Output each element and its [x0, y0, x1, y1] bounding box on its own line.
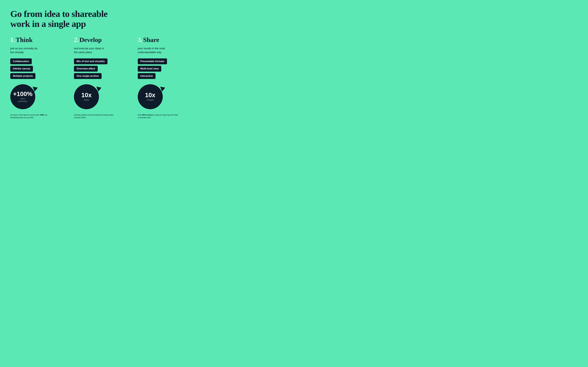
tag-collaboration: Collaboration — [10, 58, 32, 64]
column-share: 3. Share your results in the mostunderst… — [138, 36, 196, 119]
bubble-sub-share: Cheaper — [147, 99, 154, 101]
columns-container: 1. Think just as you normally do,but vir… — [10, 36, 196, 119]
tag-multi-level-view: Multi-level view — [138, 66, 161, 72]
step-desc-develop: and execute your ideas inthe same place — [74, 47, 132, 54]
bubble-area-share: 10x Cheaper — [138, 84, 196, 109]
bubble-share: 10x Cheaper — [138, 84, 163, 109]
bubble-sub-develop: Faster — [84, 99, 89, 101]
tags-think: Collaboration Infinite canvas Multiple p… — [10, 58, 68, 79]
bubble-area-think: +100% Moreproductive — [10, 84, 68, 109]
step-label-develop: Develop — [79, 36, 102, 44]
tag-mix-text-visuality: Mix of text and visuality — [74, 58, 107, 64]
step-heading-share: 3. Share — [138, 36, 196, 44]
bubble-main-share: 10x — [145, 92, 155, 98]
main-title: Go from idea to shareable work in a sing… — [10, 9, 196, 29]
tag-infinite-canvas: Infinite canvas — [10, 66, 33, 72]
step-heading-think: 1. Think — [10, 36, 68, 44]
column-develop: 2. Develop and execute your ideas inthe … — [74, 36, 138, 119]
tags-share: Presentable formats Multi-level view Int… — [138, 58, 196, 79]
step-number-develop: 2. — [74, 36, 79, 44]
step-desc-share: your results in the mostunderstandable w… — [138, 47, 196, 54]
footnote-think: Increase in time spent on actual work 10… — [10, 114, 52, 119]
step-label-think: Think — [16, 36, 33, 44]
step-label-share: Share — [143, 36, 159, 44]
step-number-share: 3. — [138, 36, 143, 44]
tag-presentable-formats: Presentable formats — [138, 58, 167, 64]
tag-interactive: Interactive — [138, 73, 156, 79]
title-line2: work in a single app — [10, 19, 86, 29]
step-heading-develop: 2. Develop — [74, 36, 132, 44]
tag-one-single-archive: One single archive — [74, 73, 101, 79]
column-think: 1. Think just as you normally do,but vir… — [10, 36, 74, 119]
bubble-main-think: +100% — [13, 91, 33, 97]
step-desc-think: just as you normally do,but virtually — [10, 47, 68, 54]
bubble-sub-think: Moreproductive — [18, 98, 27, 103]
tag-multiple-projects: Multiple projects — [10, 73, 35, 79]
footnote-share: Save 90% money by using one app to go fr… — [138, 114, 179, 119]
bubble-area-develop: 10x Faster — [74, 84, 132, 109]
bubble-develop: 10x Faster — [74, 84, 99, 109]
bubble-main-develop: 10x — [81, 92, 92, 98]
tags-develop: Mix of text and visuality Overview effec… — [74, 58, 132, 79]
step-number-think: 1. — [10, 36, 15, 44]
title-line1: Go from idea to shareable — [10, 9, 108, 19]
bubble-think: +100% Moreproductive — [10, 84, 35, 109]
footnote-develop: Execute projects at record speed by havi… — [74, 114, 115, 119]
tag-overview-effect: Overview effect — [74, 66, 98, 72]
